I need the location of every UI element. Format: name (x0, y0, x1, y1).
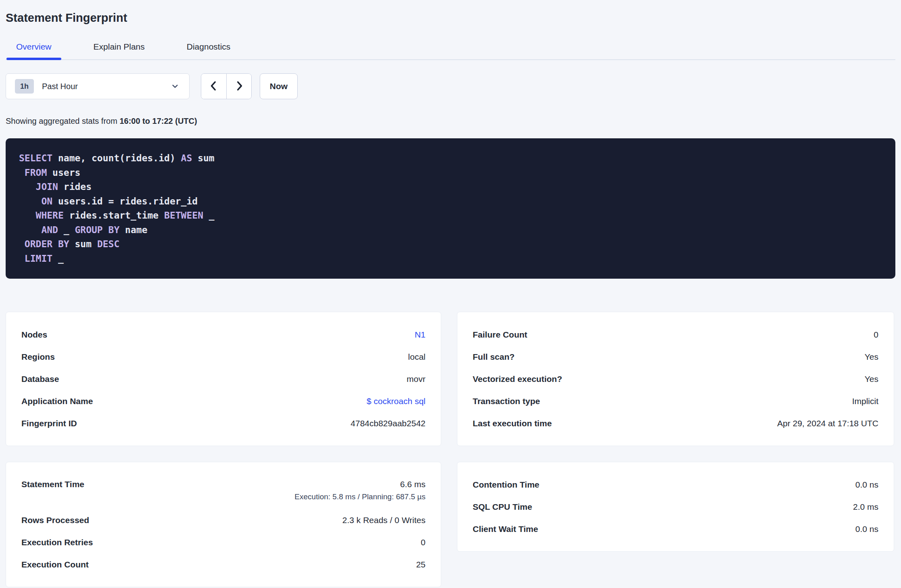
stat-row: Failure Count0 (473, 323, 878, 346)
time-nav-group (201, 73, 252, 99)
stat-row: Fingerprint ID4784cb829aab2542 (21, 412, 425, 434)
stat-label: Application Name (21, 396, 93, 407)
stat-label: Client Wait Time (473, 524, 538, 534)
sql-keyword: WHERE (36, 210, 64, 221)
sql-text: _ (58, 225, 75, 235)
sql-statement: SELECT name, count(rides.id) AS sum FROM… (6, 138, 895, 279)
stat-value: 0.0 ns (855, 480, 878, 490)
stat-value-wrap: 0 (874, 329, 878, 340)
sql-keyword: GROUP BY (75, 225, 119, 235)
stat-value-wrap: N1 (415, 329, 425, 340)
stats-caption-prefix: Showing aggregated stats from (6, 117, 117, 125)
stat-label: Execution Count (21, 559, 89, 570)
statement-timing-card: Statement Time6.6 msExecution: 5.8 ms / … (6, 462, 441, 587)
stat-label: Statement Time (21, 479, 84, 490)
tab-overview[interactable]: Overview (6, 42, 61, 59)
time-range-select[interactable]: 1h Past Hour (6, 73, 190, 99)
stats-panels: NodesN1RegionslocalDatabasemovrApplicati… (6, 312, 895, 587)
sql-text: _ (52, 253, 64, 264)
chevron-down-icon (170, 81, 180, 92)
sql-text (19, 225, 41, 235)
sql-keyword: JOIN (36, 181, 58, 192)
stat-row: Execution Count25 (21, 553, 425, 575)
next-time-button[interactable] (226, 74, 251, 99)
sql-line: SELECT name, count(rides.id) AS sum (19, 151, 882, 166)
chevron-right-icon (234, 80, 244, 93)
sql-keyword: AND (41, 225, 58, 235)
stat-value: 0.0 ns (855, 524, 878, 534)
sql-text: users.id = rides.rider_id (52, 196, 198, 206)
stat-row: Full scan?Yes (473, 346, 878, 368)
stat-value: Implicit (852, 396, 878, 407)
stat-row: Client Wait Time0.0 ns (473, 518, 878, 540)
statement-details-card: NodesN1RegionslocalDatabasemovrApplicati… (6, 312, 441, 446)
stat-value-wrap: 2.3 k Reads / 0 Writes (342, 515, 425, 525)
sql-keyword: ON (41, 196, 52, 206)
time-picker-row: 1h Past Hour (6, 73, 895, 99)
statement-fingerprint-page: Statement Fingerprint OverviewExplain Pl… (0, 10, 901, 587)
stat-row: SQL CPU Time2.0 ms (473, 496, 878, 518)
sql-text: users (47, 167, 80, 178)
sql-line: ORDER BY sum DESC (19, 237, 882, 252)
stat-value-link[interactable]: N1 (415, 329, 425, 340)
stat-value: Yes (865, 374, 878, 384)
stat-label: Regions (21, 352, 55, 362)
stat-value: local (408, 352, 425, 362)
sql-text: sum (192, 153, 214, 163)
tab-diagnostics[interactable]: Diagnostics (177, 42, 240, 59)
stat-value-wrap: local (408, 352, 425, 362)
sql-text (19, 181, 36, 192)
resource-usage-card: Contention Time0.0 nsSQL CPU Time2.0 msC… (457, 462, 894, 552)
stat-value-wrap: Yes (865, 374, 878, 384)
sql-line: ON users.id = rides.rider_id (19, 194, 882, 209)
stat-label: Database (21, 374, 59, 384)
stat-value-link[interactable]: $ cockroach sql (367, 396, 425, 407)
stat-label: Nodes (21, 329, 47, 340)
sql-keyword: ORDER BY (25, 239, 69, 249)
stat-value: movr (407, 374, 425, 384)
stat-label: Rows Processed (21, 515, 89, 525)
stat-label: SQL CPU Time (473, 502, 532, 512)
sql-text (19, 210, 36, 221)
stats-caption: Showing aggregated stats from 16:00 to 1… (6, 116, 895, 126)
sql-text (19, 167, 25, 178)
stat-value: 25 (416, 559, 425, 570)
prev-time-button[interactable] (201, 74, 226, 99)
now-button[interactable]: Now (260, 73, 298, 99)
stat-row: Databasemovr (21, 368, 425, 390)
stat-row: Contention Time0.0 ns (473, 473, 878, 496)
sql-line: AND _ GROUP BY name (19, 223, 882, 238)
stat-value-wrap: 0 (421, 537, 425, 548)
stat-row: Last execution timeApr 29, 2024 at 17:18… (473, 412, 878, 434)
stat-value-wrap: $ cockroach sql (367, 396, 425, 407)
sql-text: sum (69, 239, 97, 249)
stat-label: Full scan? (473, 352, 515, 362)
stat-value-wrap: 4784cb829aab2542 (350, 418, 425, 429)
stat-label: Last execution time (473, 418, 552, 429)
page-title: Statement Fingerprint (6, 10, 895, 25)
stat-label: Contention Time (473, 480, 539, 490)
stat-value: 6.6 ms (400, 479, 425, 490)
sql-text: rides.start_time (64, 210, 164, 221)
stat-value-wrap: Apr 29, 2024 at 17:18 UTC (777, 418, 878, 429)
stat-value-wrap: 0.0 ns (855, 524, 878, 534)
sql-text: _ (203, 210, 215, 221)
chevron-left-icon (209, 80, 219, 93)
stat-value-wrap: 0.0 ns (855, 480, 878, 490)
sql-keyword: FROM (25, 167, 47, 178)
sql-text (19, 196, 41, 206)
stat-value-wrap: 6.6 msExecution: 5.8 ms / Planning: 687.… (294, 479, 425, 501)
stat-value: Apr 29, 2024 at 17:18 UTC (777, 418, 878, 429)
stat-value: Yes (865, 352, 878, 362)
sql-text (19, 253, 25, 264)
stat-label: Fingerprint ID (21, 418, 77, 429)
stat-value-wrap: Yes (865, 352, 878, 362)
stat-value-wrap: Implicit (852, 396, 878, 407)
tab-explain-plans[interactable]: Explain Plans (84, 42, 154, 59)
sql-keyword: AS (181, 153, 192, 163)
stat-row: Vectorized execution?Yes (473, 368, 878, 390)
sql-line: WHERE rides.start_time BETWEEN _ (19, 209, 882, 223)
sql-text: rides (58, 181, 92, 192)
stat-row: Statement Time6.6 msExecution: 5.8 ms / … (21, 473, 425, 509)
stats-caption-range: 16:00 to 17:22 (UTC) (119, 117, 197, 125)
